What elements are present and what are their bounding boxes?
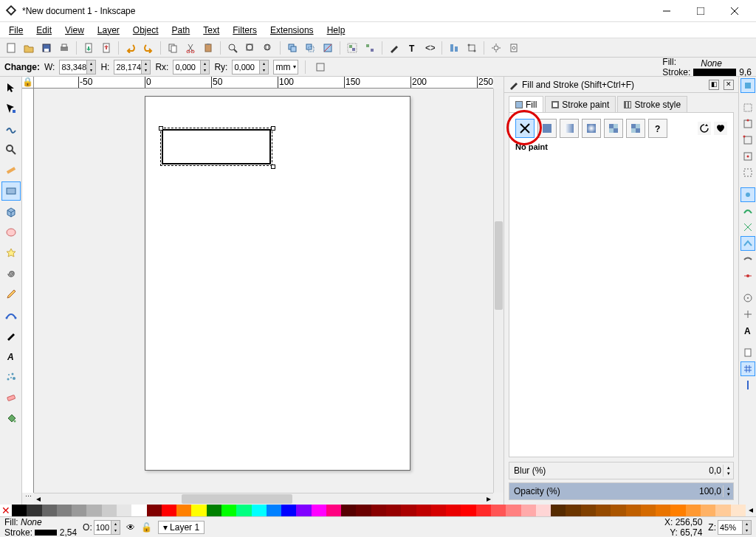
palette-swatch[interactable] (42, 505, 57, 516)
panel-dock-button[interactable]: ◧ (709, 80, 719, 90)
tab-stroke-style[interactable]: Stroke style (617, 96, 687, 112)
transform-button[interactable] (464, 40, 480, 56)
palette-swatch[interactable] (72, 505, 86, 516)
palette-swatch[interactable] (86, 505, 101, 516)
palette-swatch[interactable] (536, 505, 551, 516)
palette-swatch[interactable] (656, 505, 670, 516)
eraser-tool[interactable] (1, 388, 21, 407)
group-button[interactable] (344, 40, 360, 56)
star-tool[interactable] (1, 243, 21, 263)
horizontal-ruler[interactable]: -50 0 50 100 150 200 250 (34, 77, 493, 89)
text-tool[interactable]: A (1, 347, 21, 366)
snap-bbox-corner-button[interactable] (740, 133, 755, 148)
new-button[interactable] (3, 40, 19, 56)
unlink-clone-button[interactable] (320, 40, 336, 56)
palette-swatch[interactable] (731, 505, 746, 516)
open-button[interactable] (21, 40, 37, 56)
palette-swatch[interactable] (506, 505, 520, 516)
paintbucket-tool[interactable] (1, 409, 21, 428)
palette-swatch[interactable] (551, 505, 566, 516)
palette-swatch[interactable] (371, 505, 386, 516)
snap-guide-button[interactable] (740, 378, 755, 392)
close-button[interactable] (718, 0, 752, 22)
horizontal-scrollbar[interactable]: ◂ ▸ (34, 493, 493, 505)
palette-swatch[interactable] (626, 505, 641, 516)
maximize-button[interactable] (684, 0, 718, 22)
snap-bbox-midpoint-button[interactable] (740, 149, 755, 164)
resize-handle-ne[interactable] (271, 126, 275, 131)
menu-filters[interactable]: Filters (227, 24, 263, 37)
ungroup-button[interactable] (362, 40, 378, 56)
status-opacity[interactable]: O: ▴▾ (83, 520, 120, 535)
menu-object[interactable]: Object (127, 24, 165, 37)
minimize-button[interactable] (650, 0, 684, 22)
paint-none-button[interactable] (515, 119, 535, 138)
text-props-button[interactable]: T (404, 40, 420, 56)
palette-swatch[interactable] (27, 505, 41, 516)
snap-cusp-button[interactable] (740, 236, 755, 251)
tweak-tool[interactable] (1, 119, 21, 139)
menu-layer[interactable]: Layer (92, 24, 126, 37)
paint-flat-button[interactable] (537, 119, 557, 138)
snap-bbox-edge-button[interactable] (740, 117, 755, 131)
selector-tool[interactable] (1, 78, 21, 97)
menu-path[interactable]: Path (166, 24, 196, 37)
quick-zoom-icon[interactable]: ⋯ (22, 493, 34, 505)
snap-rotation-button[interactable] (740, 307, 755, 322)
export-button[interactable] (98, 40, 114, 56)
palette-swatch[interactable] (416, 505, 431, 516)
palette-swatch[interactable] (701, 505, 715, 516)
docprops-button[interactable] (506, 40, 522, 56)
status-fill-stroke[interactable]: Fill: None Stroke: 2,54 (4, 517, 77, 538)
palette-swatch[interactable] (566, 505, 580, 516)
palette-swatch[interactable] (207, 505, 221, 516)
pencil-tool[interactable] (1, 285, 21, 304)
palette-swatch[interactable] (102, 505, 117, 516)
snap-page-button[interactable] (740, 345, 755, 360)
zoom-tool[interactable] (1, 140, 21, 159)
snap-enable-button[interactable] (740, 78, 755, 93)
rectangle-tool[interactable] (1, 181, 21, 201)
paint-linear-button[interactable] (560, 119, 579, 138)
palette-swatch[interactable] (236, 505, 251, 516)
palette-swatch[interactable] (641, 505, 656, 516)
layer-visibility-icon[interactable]: 👁 (126, 522, 135, 533)
palette-swatch[interactable] (147, 505, 162, 516)
palette-swatch[interactable] (401, 505, 416, 516)
3dbox-tool[interactable] (1, 202, 21, 221)
palette-swatch[interactable] (162, 505, 176, 516)
rx-input[interactable]: ▴▾ (173, 60, 210, 75)
ruler-lock-icon[interactable]: 🔒 (22, 77, 34, 89)
measure-tool[interactable] (1, 161, 21, 180)
layer-selector[interactable]: ▾ Layer 1 (158, 521, 205, 534)
align-button[interactable] (446, 40, 462, 56)
palette-swatch[interactable] (57, 505, 72, 516)
spray-tool[interactable] (1, 367, 21, 387)
palette-swatch[interactable] (491, 505, 506, 516)
layer-lock-icon[interactable]: 🔓 (141, 522, 152, 533)
palette-swatch[interactable] (521, 505, 536, 516)
calligraphy-tool[interactable] (1, 326, 21, 345)
paint-unknown-button[interactable]: ? (648, 119, 667, 138)
menu-text[interactable]: Text (197, 24, 225, 37)
bezier-tool[interactable] (1, 305, 21, 325)
paint-pattern-button[interactable] (604, 119, 623, 138)
opacity-slider[interactable]: Opacity (%) 100,0 ▴▾ (509, 482, 734, 500)
duplicate-button[interactable] (284, 40, 300, 56)
palette-menu-button[interactable]: ◂ (746, 505, 756, 516)
height-input[interactable]: ▴▾ (114, 60, 151, 75)
snap-midpoint-button[interactable] (740, 268, 755, 283)
palette-swatch[interactable] (686, 505, 701, 516)
palette-swatch[interactable] (312, 505, 326, 516)
palette-swatch[interactable] (296, 505, 311, 516)
resize-handle-nw[interactable] (159, 126, 163, 131)
canvas[interactable] (34, 89, 493, 493)
tab-stroke-paint[interactable]: Stroke paint (545, 96, 616, 112)
undo-button[interactable] (123, 40, 139, 56)
blur-slider[interactable]: Blur (%) 0,0 ▴▾ (509, 462, 734, 479)
menu-view[interactable]: View (59, 24, 90, 37)
vertical-scrollbar[interactable] (493, 89, 504, 493)
width-input[interactable]: ▴▾ (59, 60, 96, 75)
paint-radial-button[interactable] (582, 119, 601, 138)
palette-swatch[interactable] (670, 505, 685, 516)
